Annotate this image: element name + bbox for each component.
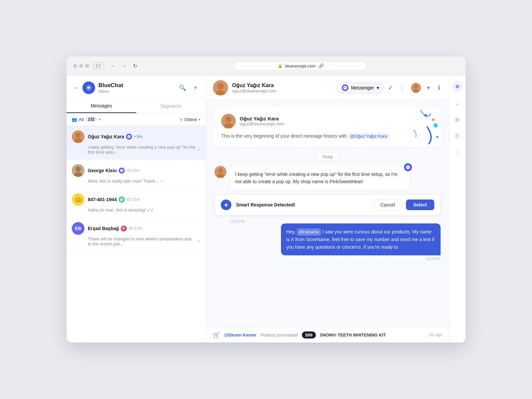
product-name: SNOW® TEETH WHITENING KIT: [320, 332, 386, 337]
svg-point-5: [75, 133, 81, 138]
browser-bar: ← → ↻ 🔒 bluereceipt.com 🔗: [66, 57, 466, 75]
notify-action: Product purchased!: [260, 332, 298, 337]
chat-contact-name: Oğuz Yağız Kara: [232, 82, 333, 88]
conv-item-ersad[interactable]: EB Erşad Başbağ 6h 21m Th: [66, 217, 206, 251]
time-label-phone: 6h 21m: [127, 197, 140, 202]
chat-contact-email: oguz@bluereceipt.com: [232, 88, 333, 93]
conv-item-ouz[interactable]: Oğuz Yağız Kara • 5m I keep getting "err…: [66, 126, 206, 160]
svg-rect-2: [98, 66, 101, 68]
tab-segments[interactable]: Segments: [136, 99, 206, 113]
dot-red: [73, 64, 77, 68]
agent-avatar: [411, 83, 421, 93]
url-text: bluereceipt.com: [285, 64, 316, 68]
outgoing-prefix: Hey,: [286, 229, 297, 234]
count-badge: 232: [85, 117, 97, 122]
bottom-notification: 🛒 @Ekrem Kenter Product purchased! $99 S…: [206, 327, 449, 342]
conv-meta-ersad: Erşad Başbağ 6h 21m: [88, 225, 200, 231]
history-text: This is the very beginning of your direc…: [221, 132, 434, 140]
more-panel-button[interactable]: ⋮: [453, 147, 463, 159]
firstname-tag: #firstname: [297, 228, 321, 236]
filter-chevron-icon: ▾: [99, 117, 101, 122]
history-contact-name: Oğuz Yağız Kara: [240, 116, 284, 121]
filter-group: 👥 All 232 ▾: [72, 117, 101, 122]
time-label-ersad: 6h 21m: [129, 226, 142, 231]
messenger-badge-ouz: [126, 134, 132, 140]
snowflake-button[interactable]: ❄: [452, 81, 463, 92]
whatsapp-badge-phone: [119, 197, 125, 202]
svg-point-27: [218, 168, 223, 173]
sidebar-header: ← BlueChat Inbox 🔍 +: [66, 75, 206, 99]
svg-point-22: [434, 123, 438, 127]
check-icon-phone: ✓✓: [147, 208, 154, 212]
dot-yellow: [79, 64, 83, 68]
app-container: ← BlueChat Inbox 🔍 + Messages Segments: [66, 75, 466, 342]
conv-name-ersad: Erşad Başbağ: [88, 226, 119, 231]
notify-time: 2m ago: [429, 332, 442, 337]
notify-user: @Ekrem Kenter: [224, 332, 256, 337]
dot-indicator-ouz: • 5m: [134, 134, 142, 139]
right-panel: ❄ ⌄ ⊕ ✆ ⋮: [449, 75, 466, 342]
history-contact-email: oguz@bluereceipt.com: [240, 121, 284, 126]
sort-chevron-icon: ▾: [199, 117, 200, 122]
svg-rect-0: [96, 64, 98, 68]
browser-nav: ← → ↻: [109, 62, 139, 70]
more-options-button[interactable]: ⋮: [397, 83, 407, 93]
search-button[interactable]: 🔍: [177, 83, 188, 93]
back-btn[interactable]: ←: [109, 62, 117, 69]
outgoing-timestamp: 12:53PM: [214, 257, 441, 261]
incoming-message-row: I keep getting "error while creating a n…: [214, 166, 441, 190]
smart-response-label: Smart Response Detected!: [236, 202, 369, 207]
dot-green: [85, 64, 89, 68]
day-divider: Today: [213, 153, 442, 161]
history-avatar: [221, 114, 236, 128]
conv-preview-ouz: I keep getting "error while creating a n…: [72, 145, 200, 155]
filter-row: 👥 All 232 ▾ ▿ Oldest ▾: [66, 113, 206, 126]
cart-icon: 🛒: [213, 331, 220, 338]
phone-button[interactable]: ✆: [453, 131, 462, 142]
chevron-down-button[interactable]: ⌄: [453, 97, 462, 109]
chat-contact-avatar: [213, 80, 228, 95]
smart-response-icon: [221, 200, 231, 210]
conv-item-george[interactable]: George Klein 1h 54m Wow, this is really …: [66, 160, 206, 189]
instagram-badge-ersad: [121, 225, 127, 231]
channel-label: Messenger: [351, 85, 374, 90]
sort-group: ▿ Oldest ▾: [180, 117, 200, 122]
select-button[interactable]: Select: [406, 200, 434, 210]
outgoing-message-row: Hey, #firstname I saw you were curious a…: [214, 223, 441, 256]
conv-meta-phone: 847-401-1944 6h 21m: [88, 197, 200, 202]
cancel-button[interactable]: Cancel: [374, 199, 401, 210]
chat-body: Oğuz Yağız Kara oguz@bluereceipt.com Thi…: [206, 100, 449, 327]
incoming-messenger-icon: [404, 163, 412, 171]
add-button[interactable]: +: [192, 83, 199, 93]
conversation-list: Oğuz Yağız Kara • 5m I keep getting "err…: [66, 126, 206, 342]
sidebar: ← BlueChat Inbox 🔍 + Messages Segments: [66, 75, 206, 342]
agent-chevron-button[interactable]: ▾: [425, 83, 432, 93]
history-header: Oğuz Yağız Kara oguz@bluereceipt.com: [221, 114, 434, 128]
link-icon: 🔗: [318, 63, 324, 68]
settings-button[interactable]: ⊕: [453, 114, 462, 125]
avatar-george: [72, 164, 84, 177]
svg-point-25: [436, 136, 438, 138]
logo-icon: [82, 81, 95, 94]
incoming-timestamp: 12:52PM: [214, 219, 441, 223]
conv-item-phone[interactable]: 😊 847-401-1944 6h 21m Ha: [66, 189, 206, 217]
chat-header: Oğuz Yağız Kara oguz@bluereceipt.com Mes…: [206, 75, 449, 100]
time-label-george: 1h 54m: [127, 168, 140, 173]
conv-meta-ouz: Oğuz Yağız Kara • 5m: [88, 134, 200, 140]
check-icon-ersad: ✓: [197, 239, 200, 244]
history-card: Oğuz Yağız Kara oguz@bluereceipt.com Thi…: [214, 107, 441, 147]
channel-selector-button[interactable]: Messenger ▾: [337, 82, 384, 93]
channel-chevron-icon: ▾: [377, 85, 379, 90]
refresh-btn[interactable]: ↻: [132, 62, 139, 70]
day-label: Today: [317, 153, 338, 161]
info-button[interactable]: ℹ: [436, 83, 442, 93]
conv-preview-george: Wow, this is really epic man! Thank... ✓: [72, 179, 200, 184]
filter-funnel-icon: ▿: [180, 117, 183, 122]
conv-preview-ersad: There will be changes to next week's pre…: [72, 236, 200, 246]
sidebar-back-button[interactable]: ←: [73, 84, 79, 91]
tab-messages[interactable]: Messages: [66, 99, 136, 113]
avatar-ouz: [72, 130, 84, 143]
incoming-text: I keep getting "error while creating a n…: [235, 172, 397, 184]
sort-label: Oldest: [184, 117, 197, 122]
forward-btn[interactable]: →: [120, 62, 128, 69]
